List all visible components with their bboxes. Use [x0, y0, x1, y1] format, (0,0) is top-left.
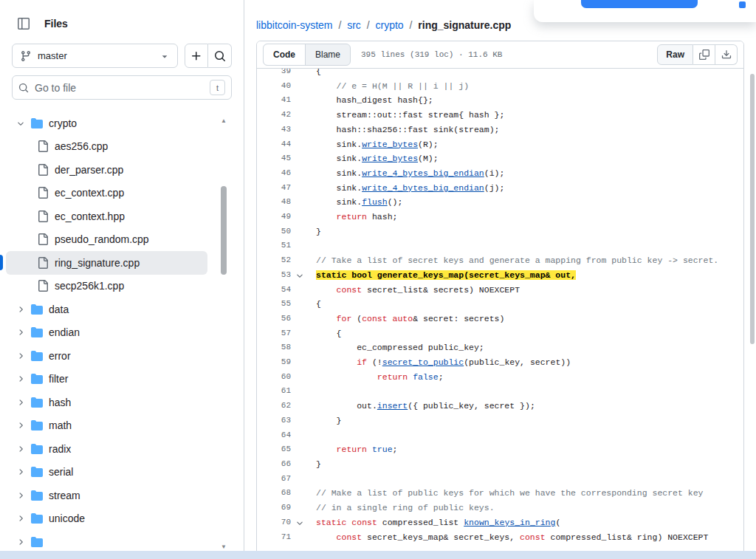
- tab-blame[interactable]: Blame: [306, 44, 350, 65]
- line-number[interactable]: 68: [257, 486, 291, 501]
- code-text: }: [309, 457, 743, 472]
- tree-item-ec_context.hpp[interactable]: ec_context.hpp: [6, 205, 207, 228]
- line-number[interactable]: 50: [257, 224, 291, 239]
- fold-spacer: [291, 472, 309, 487]
- copy-icon: [699, 49, 709, 60]
- line-number[interactable]: 62: [257, 399, 291, 414]
- line-number[interactable]: 59: [257, 355, 291, 370]
- fold-spacer: [291, 224, 309, 239]
- fold-toggle-icon[interactable]: [291, 268, 309, 283]
- line-number[interactable]: 66: [257, 457, 291, 472]
- tree-item-hash[interactable]: hash: [6, 391, 207, 414]
- add-file-button[interactable]: [185, 44, 208, 68]
- tree-item-label: ec_context.hpp: [55, 210, 125, 222]
- fold-spacer: [291, 210, 309, 224]
- line-number[interactable]: 55: [257, 297, 291, 312]
- page-scrollbar-thumb[interactable]: [750, 74, 755, 344]
- tree-item-unicode[interactable]: unicode: [6, 507, 207, 531]
- tree-item-aes256.cpp[interactable]: aes256.cpp: [6, 135, 207, 159]
- tree-item-radix[interactable]: radix: [6, 437, 207, 461]
- line-number[interactable]: 42: [257, 108, 291, 123]
- tree-item-ring_signature.cpp[interactable]: ring_signature.cpp: [6, 251, 207, 275]
- code-line-41: 41 hash_digest hash{};: [257, 93, 743, 108]
- line-number[interactable]: 57: [257, 326, 291, 341]
- breadcrumb-src-link[interactable]: src: [347, 19, 361, 31]
- breadcrumb-current-file: ring_signature.cpp: [418, 19, 511, 31]
- line-number[interactable]: 58: [257, 340, 291, 355]
- tree-item-math[interactable]: math: [6, 414, 207, 438]
- line-number[interactable]: 49: [257, 210, 291, 224]
- go-to-file-input[interactable]: [35, 82, 204, 94]
- line-number[interactable]: 47: [257, 181, 291, 196]
- sidebar-scrollbar[interactable]: ▲ ▼: [219, 117, 228, 552]
- code-line-58: 58 ec_compressed public_key;: [257, 340, 743, 355]
- line-number[interactable]: 70: [257, 515, 291, 530]
- code-text: const secret_keys_map& secret_keys, cons…: [309, 530, 743, 545]
- code-line-64: 64: [257, 428, 743, 443]
- download-raw-button[interactable]: [715, 44, 738, 65]
- tree-item-error[interactable]: error: [6, 344, 207, 368]
- code-line-71: 71 const secret_keys_map& secret_keys, c…: [257, 530, 743, 545]
- line-number[interactable]: 56: [257, 312, 291, 326]
- tree-item-serial[interactable]: serial: [6, 461, 207, 484]
- line-number[interactable]: 48: [257, 195, 291, 210]
- copy-raw-button[interactable]: [693, 44, 715, 65]
- line-number[interactable]: 51: [257, 239, 291, 253]
- code-text: [309, 472, 743, 487]
- sidebar-toggle-icon[interactable]: [12, 12, 35, 35]
- code-text: // Make a list of public keys for which …: [309, 486, 743, 501]
- line-number[interactable]: 67: [257, 472, 291, 487]
- line-number[interactable]: 64: [257, 428, 291, 443]
- tree-item-label: crypto: [49, 117, 77, 129]
- tree-item-crypto[interactable]: crypto: [6, 112, 207, 135]
- code-text: stream::out::fast stream{ hash };: [309, 108, 743, 123]
- line-number[interactable]: 40: [257, 79, 291, 94]
- breadcrumb-repo-link[interactable]: libbitcoin-system: [256, 19, 332, 31]
- line-number[interactable]: 65: [257, 442, 291, 457]
- folder-icon: [31, 397, 47, 408]
- line-number[interactable]: 71: [257, 530, 291, 545]
- line-number[interactable]: 43: [257, 123, 291, 137]
- line-number[interactable]: 63: [257, 414, 291, 428]
- tree-item-data[interactable]: data: [6, 298, 207, 321]
- fold-toggle-icon[interactable]: [291, 515, 309, 530]
- code-line-69: 69// in a single ring of public keys.: [257, 501, 743, 515]
- line-number[interactable]: 45: [257, 151, 291, 166]
- tree-item-label: math: [49, 419, 72, 431]
- line-number[interactable]: 39: [257, 69, 291, 79]
- fold-spacer: [291, 312, 309, 326]
- breadcrumb-crypto-link[interactable]: crypto: [376, 19, 404, 31]
- chevron-down-icon: [16, 117, 31, 129]
- tree-item-endian[interactable]: endian: [6, 321, 207, 345]
- search-tree-button[interactable]: [208, 44, 232, 68]
- tree-item-pseudo_random.cpp[interactable]: pseudo_random.cpp: [6, 228, 207, 252]
- line-number[interactable]: 54: [257, 283, 291, 298]
- line-number[interactable]: 61: [257, 384, 291, 399]
- fold-spacer: [291, 355, 309, 370]
- tree-item-stream[interactable]: stream: [6, 484, 207, 507]
- code-text: static bool generate_keys_map(secret_key…: [309, 268, 743, 283]
- line-number[interactable]: 41: [257, 93, 291, 108]
- tree-item-secp256k1.cpp[interactable]: secp256k1.cpp: [6, 275, 207, 298]
- sidebar-scrollbar-thumb[interactable]: [221, 186, 227, 275]
- line-number[interactable]: 52: [257, 253, 291, 268]
- code-line-66: 66}: [257, 457, 743, 472]
- line-number[interactable]: 44: [257, 137, 291, 152]
- breadcrumb-separator: /: [367, 19, 370, 31]
- line-number[interactable]: 53: [257, 268, 291, 283]
- tab-code[interactable]: Code: [264, 44, 306, 65]
- code-line-67: 67: [257, 472, 743, 487]
- popup-primary-button[interactable]: [581, 0, 698, 8]
- line-number[interactable]: 69: [257, 501, 291, 515]
- tree-item-ec_context.cpp[interactable]: ec_context.cpp: [6, 182, 207, 205]
- line-number[interactable]: 46: [257, 166, 291, 181]
- tree-item-der_parser.cpp[interactable]: der_parser.cpp: [6, 158, 207, 182]
- code-text: return hash;: [309, 210, 743, 224]
- tree-item-filter[interactable]: filter: [6, 368, 207, 391]
- line-number[interactable]: 60: [257, 370, 291, 385]
- tree-item-partial[interactable]: [6, 530, 207, 554]
- git-branch-icon: [20, 50, 32, 62]
- branch-selector[interactable]: master: [12, 44, 178, 68]
- scrollbar-up-arrow-icon[interactable]: ▲: [219, 117, 228, 126]
- raw-button[interactable]: Raw: [657, 44, 693, 65]
